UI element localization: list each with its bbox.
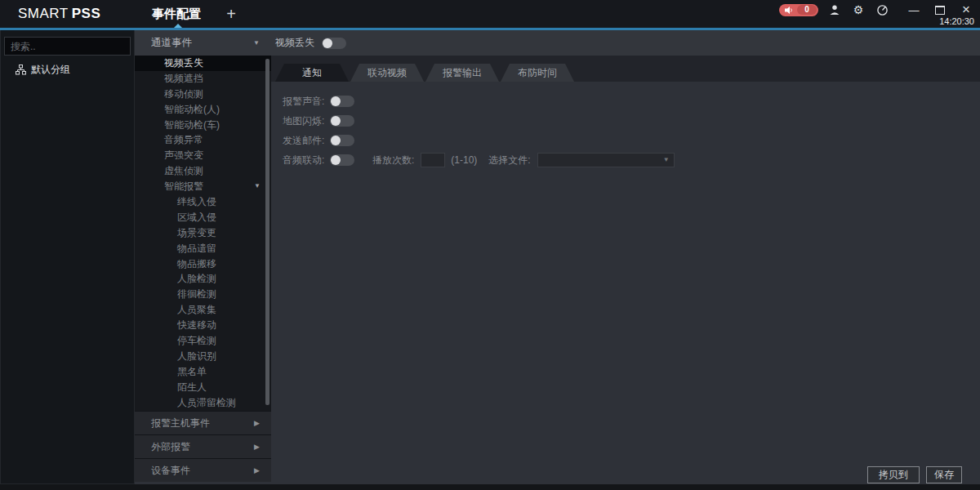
event-item-label: 场景变更 (177, 227, 216, 238)
bottom-strip (0, 484, 980, 490)
event-list-item[interactable]: 智能动检(车) (135, 118, 271, 133)
event-item-label: 人脸检测 (177, 273, 216, 284)
play-count-input[interactable] (421, 153, 445, 167)
event-item-label: 智能报警 (164, 180, 203, 192)
event-list-item[interactable]: 物品搬移 (135, 256, 271, 272)
chevron-right-icon: ▶ (254, 435, 260, 459)
sidebar-item-default-group[interactable]: 默认分组 (16, 63, 70, 77)
event-list-item[interactable]: 停车检测 (135, 333, 271, 349)
event-item-label: 区域入侵 (177, 212, 216, 223)
event-list-item[interactable]: 智能报警▼ (135, 179, 271, 194)
search-input[interactable] (5, 41, 140, 52)
event-item-label: 音频异常 (164, 134, 203, 145)
maximize-icon (935, 6, 945, 15)
event-item-label: 人员聚集 (177, 304, 216, 315)
add-tab-button[interactable]: + (220, 2, 242, 26)
chevron-right-icon: ▶ (254, 459, 260, 483)
form-row-alarm-sound: 报警声音: (283, 91, 675, 111)
active-tab-pointer (174, 24, 182, 28)
event-item-label: 虚焦侦测 (164, 165, 203, 176)
config-tabstrip: 通知 联动视频 报警输出 布防时间 (271, 56, 980, 82)
event-list-item[interactable]: 场景变更 (135, 225, 271, 241)
event-list-item[interactable]: 人脸识别 (135, 349, 271, 364)
event-list-item[interactable]: 音频异常 (135, 132, 271, 148)
event-item-label: 人脸识别 (177, 350, 216, 362)
form-row-audio-link: 音频联动: 播放次数: (1-10) 选择文件: ▼ (283, 150, 675, 170)
audio-link-toggle[interactable] (330, 154, 354, 166)
event-list-item[interactable]: 物品遗留 (135, 241, 271, 256)
event-list-item[interactable]: 移动侦测 (135, 87, 271, 102)
event-list-item[interactable]: 绊线入侵 (135, 194, 271, 210)
smartpss-window: SMARTPSS 事件配置 + 0 ⚙ (0, 0, 980, 490)
gear-icon: ⚙ (853, 3, 864, 16)
play-count-hint: (1-10) (451, 154, 477, 166)
chevron-down-icon: ▼ (663, 154, 670, 167)
file-select[interactable]: ▼ (537, 153, 675, 167)
section-external-alarm[interactable]: 外部报警 ▶ (135, 434, 271, 458)
section-alarm-host-events[interactable]: 报警主机事件 ▶ (135, 411, 271, 434)
expand-chevron-down-icon[interactable]: ▼ (254, 179, 261, 194)
event-list-item[interactable]: 人脸检测 (135, 271, 271, 287)
form-row-send-email: 发送邮件: (283, 131, 675, 150)
event-item-label: 智能动检(人) (164, 104, 220, 115)
alarm-count-badge: 0 (797, 5, 817, 15)
minimize-icon: — (909, 4, 920, 16)
event-category-label: 通道事件 (151, 30, 192, 56)
gauge-icon (876, 4, 889, 16)
event-list-item[interactable]: 区域入侵 (135, 210, 271, 225)
close-button[interactable]: × (959, 3, 973, 16)
performance-button[interactable] (875, 3, 889, 16)
tab-notification[interactable]: 通知 (275, 64, 349, 82)
minimize-button[interactable]: — (906, 3, 921, 16)
event-list-item[interactable]: 声强突变 (135, 148, 271, 163)
event-list-item[interactable]: 快速移动 (135, 318, 271, 333)
config-content: 报警声音: 地图闪烁: 发送邮件: 音频联动: 播放次数: (1-10) 选择文… (271, 82, 980, 484)
event-list-item[interactable]: 视频遮挡 (135, 71, 271, 87)
event-category-dropdown[interactable]: 通道事件 ▼ (135, 30, 271, 56)
event-list-item[interactable]: 人员滞留检测 (135, 395, 271, 411)
group-label: 默认分组 (31, 63, 70, 77)
clock: 14:20:30 (939, 16, 974, 26)
user-button[interactable] (827, 3, 842, 16)
list-scrollbar[interactable] (265, 59, 270, 405)
event-enable-toggle[interactable] (322, 38, 346, 49)
play-count-label: 播放次数: (372, 154, 414, 167)
send-email-toggle[interactable] (330, 135, 354, 146)
event-list-item[interactable]: 陌生人 (135, 380, 271, 395)
section-device-events[interactable]: 设备事件 ▶ (135, 458, 271, 482)
event-item-label: 物品搬移 (177, 258, 216, 270)
toggle-knob (323, 38, 332, 48)
close-icon: × (962, 4, 970, 16)
map-flash-toggle[interactable] (330, 115, 354, 127)
event-item-label: 物品遗留 (177, 243, 216, 254)
settings-button[interactable]: ⚙ (851, 3, 866, 16)
save-button[interactable]: 保存 (926, 466, 962, 483)
device-sidebar: 默认分组 (0, 30, 135, 484)
user-icon (829, 4, 840, 16)
event-item-label: 陌生人 (177, 381, 207, 393)
app-logo: SMARTPSS (18, 6, 100, 22)
form-row-map-flash: 地图闪烁: (283, 111, 675, 131)
event-list-item[interactable]: 智能动检(人) (135, 102, 271, 118)
event-list-item[interactable]: 黑名单 (135, 364, 271, 380)
event-type-list: 视频丢失视频遮挡移动侦测智能动检(人)智能动检(车)音频异常声强突变虚焦侦测智能… (135, 56, 271, 411)
event-item-label: 智能动检(车) (164, 119, 220, 131)
select-file-label: 选择文件: (488, 154, 530, 167)
tab-alarm-output[interactable]: 报警输出 (425, 64, 499, 82)
maximize-button[interactable] (933, 3, 947, 16)
alarm-indicator[interactable]: 0 (779, 4, 818, 16)
event-sections: 报警主机事件 ▶ 外部报警 ▶ 设备事件 ▶ (135, 411, 271, 482)
event-list-item[interactable]: 虚焦侦测 (135, 163, 271, 179)
copy-to-button[interactable]: 拷贝到 (867, 466, 920, 483)
event-list-item[interactable]: 人员聚集 (135, 302, 271, 318)
event-item-label: 视频丢失 (164, 57, 203, 69)
tab-arming-schedule[interactable]: 布防时间 (501, 64, 574, 82)
event-item-label: 黑名单 (177, 366, 207, 377)
tab-linked-video[interactable]: 联动视频 (350, 64, 424, 82)
event-list-item[interactable]: 徘徊检测 (135, 287, 271, 302)
event-list-item[interactable]: 视频丢失 (135, 56, 271, 71)
toggle-knob (331, 155, 341, 165)
search-box (4, 37, 131, 56)
alarm-sound-toggle[interactable] (330, 96, 354, 107)
event-item-label: 绊线入侵 (177, 196, 216, 207)
